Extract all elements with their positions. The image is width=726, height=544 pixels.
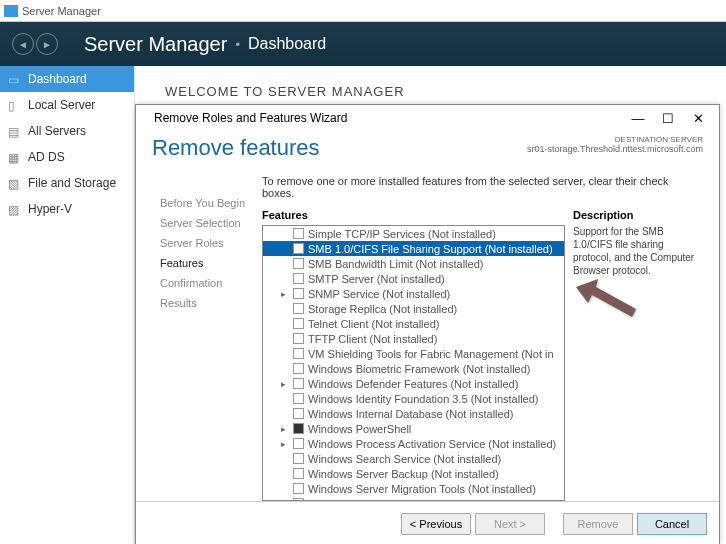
expand-icon[interactable]: ▸: [281, 439, 291, 449]
sidebar-item-file-and-storage[interactable]: ▧File and Storage: [0, 170, 134, 196]
feature-checkbox[interactable]: [293, 423, 304, 434]
feature-item[interactable]: ▸Windows Process Activation Service (Not…: [263, 436, 564, 451]
wizard-step[interactable]: Confirmation: [152, 273, 262, 293]
dialog-titlebar: Remove Roles and Features Wizard ― ☐ ✕: [136, 105, 719, 131]
sidebar-item-label: File and Storage: [28, 176, 116, 190]
feature-item[interactable]: Windows Standards-Based Storage Manageme…: [263, 496, 564, 501]
cancel-button[interactable]: Cancel: [637, 513, 707, 535]
feature-checkbox[interactable]: [293, 303, 304, 314]
feature-item[interactable]: ▸SNMP Service (Not installed): [263, 286, 564, 301]
previous-button[interactable]: < Previous: [401, 513, 471, 535]
feature-checkbox[interactable]: [293, 378, 304, 389]
sidebar-icon: ▦: [8, 151, 22, 163]
expand-icon[interactable]: ▸: [281, 379, 291, 389]
dialog-instruction: To remove one or more installed features…: [262, 169, 703, 209]
feature-checkbox[interactable]: [293, 393, 304, 404]
sidebar-item-ad-ds[interactable]: ▦AD DS: [0, 144, 134, 170]
feature-item[interactable]: Windows Server Migration Tools (Not inst…: [263, 481, 564, 496]
nav-back-button[interactable]: ◄: [12, 33, 34, 55]
feature-label: Storage Replica (Not installed): [308, 303, 457, 315]
feature-label: Windows Server Backup (Not installed): [308, 468, 499, 480]
feature-checkbox[interactable]: [293, 333, 304, 344]
expand-icon[interactable]: ▸: [281, 424, 291, 434]
destination-value: sr01-storage.Threshold.nttest.microsoft.…: [527, 144, 703, 154]
feature-checkbox[interactable]: [293, 273, 304, 284]
feature-checkbox[interactable]: [293, 318, 304, 329]
close-button[interactable]: ✕: [683, 111, 713, 126]
sidebar-item-dashboard[interactable]: ▭Dashboard: [0, 66, 134, 92]
feature-label: Windows Process Activation Service (Not …: [308, 438, 556, 450]
sidebar-icon: ▤: [8, 125, 22, 137]
feature-item[interactable]: TFTP Client (Not installed): [263, 331, 564, 346]
next-button[interactable]: Next >: [475, 513, 545, 535]
feature-checkbox[interactable]: [293, 438, 304, 449]
header-bar: ◄ ► Server Manager • Dashboard: [0, 22, 726, 66]
feature-item[interactable]: Simple TCP/IP Services (Not installed): [263, 226, 564, 241]
dialog-heading: Remove features: [152, 135, 320, 161]
sidebar-item-local-server[interactable]: ▯Local Server: [0, 92, 134, 118]
feature-item[interactable]: Storage Replica (Not installed): [263, 301, 564, 316]
sidebar-item-label: Local Server: [28, 98, 95, 112]
feature-item[interactable]: Windows Internal Database (Not installed…: [263, 406, 564, 421]
feature-checkbox[interactable]: [293, 243, 304, 254]
feature-checkbox[interactable]: [293, 288, 304, 299]
destination-label: DESTINATION SERVER: [527, 135, 703, 144]
feature-item[interactable]: ▸Windows PowerShell: [263, 421, 564, 436]
wizard-step[interactable]: Server Roles: [152, 233, 262, 253]
minimize-button[interactable]: ―: [623, 111, 653, 126]
feature-item[interactable]: VM Shielding Tools for Fabric Management…: [263, 346, 564, 361]
sidebar-item-hyper-v[interactable]: ▨Hyper-V: [0, 196, 134, 222]
sidebar-icon: ▧: [8, 177, 22, 189]
feature-label: Windows Biometric Framework (Not install…: [308, 363, 531, 375]
feature-label: Telnet Client (Not installed): [308, 318, 439, 330]
feature-description: Support for the SMB 1.0/CIFS file sharin…: [573, 225, 703, 501]
content-area: WELCOME TO SERVER MANAGER Remove Roles a…: [135, 66, 726, 544]
feature-item[interactable]: Windows Biometric Framework (Not install…: [263, 361, 564, 376]
sidebar-item-label: Hyper-V: [28, 202, 72, 216]
feature-item[interactable]: Windows Identity Foundation 3.5 (Not ins…: [263, 391, 564, 406]
feature-checkbox[interactable]: [293, 453, 304, 464]
app-icon: [4, 5, 18, 17]
feature-checkbox[interactable]: [293, 468, 304, 479]
remove-button[interactable]: Remove: [563, 513, 633, 535]
feature-item[interactable]: Telnet Client (Not installed): [263, 316, 564, 331]
sidebar-item-label: Dashboard: [28, 72, 87, 86]
expand-icon[interactable]: ▸: [281, 289, 291, 299]
dialog-title: Remove Roles and Features Wizard: [154, 111, 347, 125]
feature-checkbox[interactable]: [293, 363, 304, 374]
description-column-header: Description: [573, 209, 703, 221]
feature-label: Windows Defender Features (Not installed…: [308, 378, 518, 390]
feature-checkbox[interactable]: [293, 258, 304, 269]
features-tree[interactable]: Simple TCP/IP Services (Not installed)SM…: [262, 225, 565, 501]
feature-checkbox[interactable]: [293, 408, 304, 419]
maximize-button[interactable]: ☐: [653, 111, 683, 126]
sidebar-icon: ▭: [8, 73, 22, 85]
feature-item[interactable]: Windows Search Service (Not installed): [263, 451, 564, 466]
feature-checkbox[interactable]: [293, 483, 304, 494]
feature-checkbox[interactable]: [293, 228, 304, 239]
breadcrumb-separator: •: [235, 37, 240, 52]
sidebar-item-label: All Servers: [28, 124, 86, 138]
header-app: Server Manager: [84, 33, 227, 56]
feature-label: Windows Internal Database (Not installed…: [308, 408, 513, 420]
wizard-step[interactable]: Results: [152, 293, 262, 313]
feature-checkbox[interactable]: [293, 498, 304, 501]
feature-item[interactable]: SMB Bandwidth Limit (Not installed): [263, 256, 564, 271]
feature-label: Windows Standards-Based Storage Manageme…: [308, 498, 556, 502]
wizard-step[interactable]: Before You Begin: [152, 193, 262, 213]
feature-item[interactable]: ▸Windows Defender Features (Not installe…: [263, 376, 564, 391]
sidebar-item-all-servers[interactable]: ▤All Servers: [0, 118, 134, 144]
sidebar-icon: ▨: [8, 203, 22, 215]
dialog-footer: < Previous Next > Remove Cancel: [136, 501, 719, 544]
features-column-header: Features: [262, 209, 565, 221]
destination-server: DESTINATION SERVER sr01-storage.Threshol…: [527, 135, 703, 154]
feature-label: TFTP Client (Not installed): [308, 333, 437, 345]
wizard-step[interactable]: Server Selection: [152, 213, 262, 233]
wizard-step[interactable]: Features: [152, 253, 262, 273]
nav-forward-button[interactable]: ►: [36, 33, 58, 55]
feature-item[interactable]: SMTP Server (Not installed): [263, 271, 564, 286]
feature-checkbox[interactable]: [293, 348, 304, 359]
feature-label: Windows Identity Foundation 3.5 (Not ins…: [308, 393, 539, 405]
feature-item[interactable]: SMB 1.0/CIFS File Sharing Support (Not i…: [263, 241, 564, 256]
feature-item[interactable]: Windows Server Backup (Not installed): [263, 466, 564, 481]
